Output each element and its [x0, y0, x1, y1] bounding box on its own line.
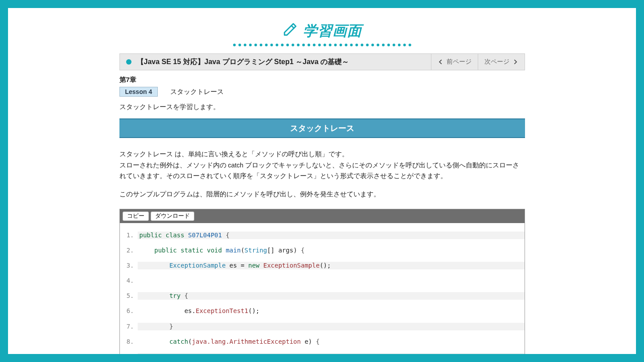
- lesson-intro: スタックトレースを学習します。: [119, 103, 525, 111]
- section-banner: スタックトレース: [119, 118, 525, 138]
- code-line: public class S07L04P01 {: [138, 232, 525, 239]
- prev-page-label: 前ページ: [447, 58, 472, 66]
- lineno: 9.: [120, 353, 138, 361]
- copy-button[interactable]: コピー: [123, 212, 149, 221]
- lesson-badge: Lesson 4: [119, 87, 158, 97]
- code-toolbar: コピー ダウンロード: [120, 209, 525, 223]
- content-area: 【Java SE 15 対応】Java プログラミング Step1 ～Java …: [119, 53, 525, 362]
- lineno: 5.: [120, 292, 138, 300]
- code-listing: 1.public class S07L04P01 { 2. public sta…: [120, 223, 525, 362]
- paragraph-3: このサンプルプログラムは、階層的にメソッドを呼び出し、例外を発生させています。: [119, 189, 525, 200]
- prev-page-button[interactable]: 前ページ: [431, 54, 478, 70]
- code-line: e.printStackTrace();: [138, 353, 525, 361]
- code-line: catch(java.lang.ArithmeticException e) {: [138, 338, 525, 346]
- page-header: 学習画面: [8, 21, 636, 46]
- lesson-title: スタックトレース: [170, 88, 224, 96]
- next-page-label: 次ページ: [484, 58, 509, 66]
- code-line: public static void main(String[] args) {: [138, 247, 525, 254]
- next-page-button[interactable]: 次ページ: [478, 54, 525, 70]
- course-bar-left: 【Java SE 15 対応】Java プログラミング Step1 ～Java …: [120, 54, 431, 70]
- lineno: 6.: [120, 307, 138, 315]
- code-line: try {: [138, 292, 525, 300]
- lesson-line: Lesson 4 スタックトレース: [119, 87, 525, 97]
- lineno: 2.: [120, 247, 138, 254]
- lineno: 3.: [120, 262, 138, 269]
- pencil-icon: [283, 22, 298, 41]
- course-title: 【Java SE 15 対応】Java プログラミング Step1 ～Java …: [137, 57, 349, 67]
- body-paragraphs: スタックトレース は、単純に言い換えると「メソッドの呼び出し順」です。 スローさ…: [119, 149, 525, 200]
- lineno: 1.: [120, 232, 138, 239]
- lineno: 4.: [120, 277, 138, 285]
- code-line: es.ExceptionTest1();: [138, 307, 525, 315]
- paragraph-1: スタックトレース は、単純に言い換えると「メソッドの呼び出し順」です。: [119, 149, 525, 160]
- code-line: }: [138, 323, 525, 330]
- chapter-label: 第7章: [119, 76, 525, 84]
- lineno: 7.: [120, 323, 138, 330]
- code-line: [138, 277, 525, 285]
- page-title-text: 学習画面: [303, 21, 362, 41]
- bullet-icon: [126, 59, 131, 65]
- page-frame: 学習画面 【Java SE 15 対応】Java プログラミング Step1 ～…: [0, 0, 644, 362]
- course-bar: 【Java SE 15 対応】Java プログラミング Step1 ～Java …: [119, 53, 525, 70]
- code-line: ExceptionSample es = new ExceptionSample…: [138, 262, 525, 269]
- title-underline: [233, 44, 411, 46]
- lineno: 8.: [120, 338, 138, 346]
- paragraph-2: スローされた例外は、メソッド内の catch ブロックでキャッチしないと、さらに…: [119, 160, 525, 182]
- download-button[interactable]: ダウンロード: [151, 212, 194, 221]
- code-container: コピー ダウンロード 1.public class S07L04P01 { 2.…: [119, 209, 525, 362]
